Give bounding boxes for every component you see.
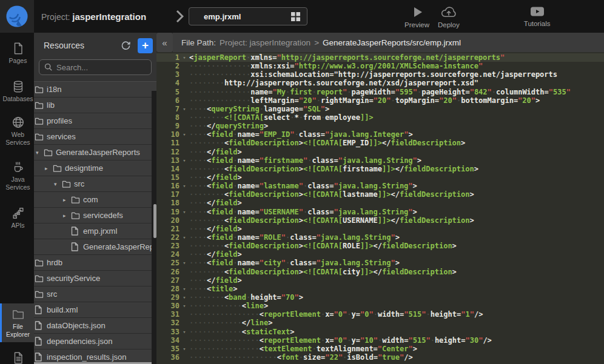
tree-item-dataobjects-json[interactable]: dataObjects.json <box>34 318 156 334</box>
code-text[interactable]: ····<field·name="USERNAME"·class="java.l… <box>189 208 604 216</box>
code-text[interactable]: ················<textElement·textAlignme… <box>189 345 604 353</box>
code-text[interactable]: ············<staticText> <box>189 328 604 336</box>
code-text[interactable]: ············</line> <box>189 319 604 327</box>
preview-label: Preview <box>404 21 429 28</box>
code-text[interactable]: ····<queryString·language="SQL"> <box>189 105 604 113</box>
tree-item-hrdb[interactable]: ▸hrdb <box>34 255 156 271</box>
code-text[interactable]: ····</field> <box>189 276 604 285</box>
code-text[interactable]: ····<field·name="lastname"·class="java.l… <box>189 182 604 190</box>
code-text[interactable]: ··············leftMargin="20"·rightMargi… <box>189 96 604 105</box>
fold-arrow-icon[interactable]: ▾ <box>180 53 189 62</box>
tree-item-src[interactable]: ▸src <box>34 286 156 302</box>
tree-expanded-arrow-icon[interactable]: ▾ <box>36 150 44 156</box>
code-text[interactable]: ················<reportElement·x="0"·y="… <box>189 310 604 319</box>
add-resource-button[interactable]: + <box>138 38 153 53</box>
sidebar-item-web-services[interactable]: WebServices <box>0 111 34 150</box>
tree-item-generatejasperreports-s[interactable]: GenerateJasperReports.s <box>34 239 156 255</box>
main-content: « File Path: Project: jasperIntegration … <box>156 33 604 364</box>
refresh-icon[interactable] <box>118 38 133 53</box>
tree-item-build-xml[interactable]: build.xml <box>34 302 156 318</box>
code-text[interactable]: ········<fieldDescription><![CDATA[lastn… <box>189 190 604 199</box>
code-text[interactable]: ········<fieldDescription><![CDATA[EMP_I… <box>189 139 604 147</box>
fold-arrow-icon[interactable]: ▾ <box>180 208 189 216</box>
fold-arrow-icon[interactable]: ▾ <box>180 259 189 267</box>
code-text[interactable]: ····<field·name="city"·class="java.lang.… <box>189 259 604 267</box>
fold-arrow-icon[interactable]: ▾ <box>180 293 189 302</box>
sidebar-item-apis[interactable]: APIs <box>0 202 34 233</box>
fold-arrow-icon[interactable]: ▾ <box>180 302 189 310</box>
fold-arrow-icon[interactable]: ▾ <box>180 233 189 242</box>
fold-arrow-icon[interactable]: ▾ <box>180 156 189 165</box>
wavemaker-logo[interactable] <box>0 0 34 33</box>
code-text[interactable]: ····<field·name="EMP_ID"·class="java.lan… <box>189 130 604 139</box>
code-text[interactable]: ····</queryString> <box>189 122 604 130</box>
code-text[interactable]: ····</field> <box>189 225 604 233</box>
sidebar-item-java-services[interactable]: JavaServices <box>0 156 34 195</box>
sidebar-item-databases[interactable]: Databases <box>0 76 34 107</box>
tree-item-servicedefs[interactable]: ▸servicedefs <box>34 208 156 223</box>
fold-arrow-icon[interactable]: ▾ <box>180 285 189 293</box>
code-text[interactable]: ········<fieldDescription><![CDATA[ROLE]… <box>189 242 604 250</box>
code-text[interactable]: <jasperReport·xmlns="http://jasperreport… <box>189 53 604 62</box>
fold-arrow-icon[interactable]: ▾ <box>180 182 189 190</box>
code-text[interactable]: ············<line> <box>189 302 604 310</box>
resources-search[interactable] <box>39 59 152 75</box>
line-number: 5 <box>156 88 180 96</box>
tree-item-generatejasperreports[interactable]: ▾GenerateJasperReports <box>34 145 156 160</box>
tree-collapsed-arrow-icon[interactable]: ▸ <box>63 213 71 219</box>
code-text[interactable]: ········<![CDATA[select·*·from·employee]… <box>189 113 604 122</box>
code-line-30: 30▾············<line> <box>156 302 604 310</box>
collapse-panel-button[interactable]: « <box>156 33 173 52</box>
line-number: 15 <box>156 173 180 182</box>
code-text[interactable]: ····</field> <box>189 148 604 156</box>
deploy-button[interactable]: Deploy <box>438 5 460 28</box>
code-text[interactable]: ········http://jasperreports.sourceforge… <box>189 79 604 87</box>
code-text[interactable]: ··············xsi:schemaLocation="http:/… <box>189 70 604 79</box>
code-text[interactable]: ····</field> <box>189 173 604 182</box>
grid-icon[interactable] <box>290 12 301 22</box>
code-text[interactable]: ····</field> <box>189 250 604 259</box>
code-text[interactable]: ········<fieldDescription><![CDATA[USERN… <box>189 216 604 225</box>
tree-item-designtime[interactable]: ▸designtime <box>34 160 156 176</box>
fold-arrow-icon[interactable]: ▾ <box>180 105 189 113</box>
open-file-tab[interactable]: emp.jrxml <box>189 7 307 25</box>
code-text[interactable]: ········<band·height="70"> <box>189 293 604 302</box>
sidebar-item-file-explorer[interactable]: FileExplorer <box>0 303 34 342</box>
code-text[interactable]: ··············xmlns:xsi="http://www.w3.o… <box>189 62 604 70</box>
fold-arrow-icon[interactable]: ▾ <box>180 130 189 139</box>
code-text[interactable]: ········<fieldDescription><![CDATA[first… <box>189 165 604 173</box>
preview-button[interactable]: Preview <box>404 5 429 28</box>
sidebar-item-pages[interactable]: Pages <box>0 38 34 68</box>
fold-gutter <box>180 276 189 285</box>
code-text[interactable]: ····<field·name="ROLE"·class="java.lang.… <box>189 233 604 242</box>
tree-item-src[interactable]: ▾src <box>34 176 156 192</box>
code-text[interactable]: ····</field> <box>189 199 604 207</box>
tree-item-services[interactable]: ▾services <box>34 129 156 145</box>
fold-arrow-icon[interactable]: ▾ <box>180 345 189 353</box>
breadcrumb-project[interactable]: Project: jasperIntegration <box>220 38 310 47</box>
sidebar-item-logs[interactable]: Logs <box>0 347 34 364</box>
folder-icon <box>62 180 73 188</box>
tree-item-lib[interactable]: ▸lib <box>34 98 156 113</box>
fold-arrow-icon[interactable]: ▾ <box>180 328 189 336</box>
search-input[interactable] <box>56 63 141 72</box>
tree-expanded-arrow-icon[interactable]: ▾ <box>54 181 62 187</box>
code-editor[interactable]: 1▾<jasperReport·xmlns="http://jasperrepo… <box>156 52 604 364</box>
code-line-21: 21····</field> <box>156 225 604 233</box>
code-text[interactable]: ················<reportElement·x="0"·y="… <box>189 336 604 345</box>
tree-item-dependencies-json[interactable]: dependencies.json <box>34 334 156 349</box>
project-name[interactable]: Project: jasperIntegration <box>41 12 146 22</box>
code-text[interactable]: ··············name="My·first·report"·pag… <box>189 88 604 96</box>
code-text[interactable]: ····<title> <box>189 285 604 293</box>
code-text[interactable]: ····················<font·size="22"·isBo… <box>189 353 604 362</box>
tree-collapsed-arrow-icon[interactable]: ▸ <box>45 165 53 171</box>
code-text[interactable]: ····<field·name="firstname"·class="java.… <box>189 156 604 165</box>
tree-item-emp-jrxml[interactable]: emp.jrxml <box>34 223 156 239</box>
tree-item-i18n[interactable]: ▸i18n <box>34 82 156 98</box>
tree-item-profiles[interactable]: ▸profiles <box>34 113 156 129</box>
code-text[interactable]: ········<fieldDescription><![CDATA[city]… <box>189 268 604 276</box>
tree-item-com[interactable]: ▸com <box>34 192 156 208</box>
tree-collapsed-arrow-icon[interactable]: ▸ <box>63 197 71 203</box>
tutorials-button[interactable]: Tutorials <box>524 5 551 27</box>
tree-item-securityservice[interactable]: ▸securityService <box>34 271 156 286</box>
